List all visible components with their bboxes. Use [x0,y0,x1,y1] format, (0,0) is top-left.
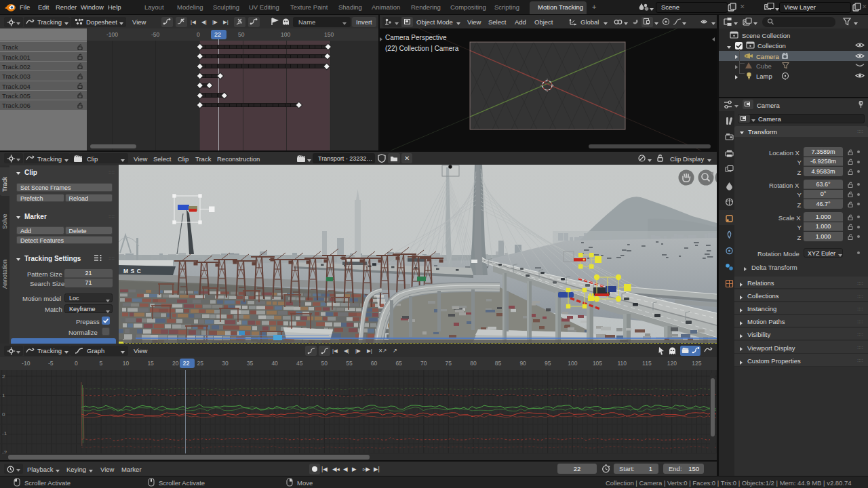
svg-text:MSC: MSC [123,268,143,274]
